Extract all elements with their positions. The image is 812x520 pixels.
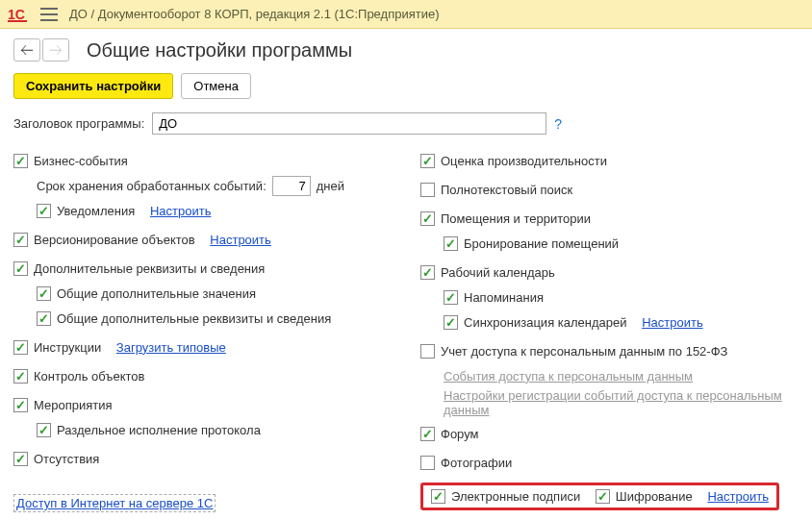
instructions-checkbox[interactable]: [13, 340, 28, 355]
sync-configure-link[interactable]: Настроить: [642, 315, 703, 330]
svg-rect-1: [8, 20, 27, 22]
performance-checkbox[interactable]: [420, 154, 435, 168]
retention-unit: дней: [317, 179, 344, 193]
notifications-label: Уведомления: [57, 204, 135, 218]
fulltext-label: Полнотекстовый поиск: [441, 183, 572, 197]
reminders-checkbox[interactable]: [444, 290, 458, 305]
nav-forward-button: 🡢: [42, 38, 69, 62]
events-label: Мероприятия: [34, 398, 113, 412]
forum-checkbox[interactable]: [420, 427, 435, 441]
sync-label: Синхронизация календарей: [464, 315, 627, 330]
footer-internet-link[interactable]: Доступ в Интернет на сервере 1С: [13, 496, 216, 510]
instructions-load-link[interactable]: Загрузить типовые: [116, 340, 226, 355]
esign-highlight-box: Электронные подписи Шифрование Настроить: [420, 483, 779, 510]
sync-checkbox[interactable]: [444, 315, 458, 330]
notifications-checkbox[interactable]: [37, 204, 51, 218]
save-button[interactable]: Сохранить настройки: [13, 73, 173, 99]
premises-checkbox[interactable]: [420, 211, 435, 226]
absences-checkbox[interactable]: [13, 452, 28, 466]
retention-label: Срок хранения обработанных событий:: [37, 179, 266, 193]
help-icon[interactable]: ?: [554, 116, 562, 132]
program-title-label: Заголовок программы:: [13, 116, 144, 131]
business-events-label: Бизнес-события: [34, 154, 128, 168]
extra-values-checkbox[interactable]: [37, 286, 51, 301]
extra-common-checkbox[interactable]: [37, 311, 51, 326]
performance-label: Оценка производительности: [441, 154, 607, 168]
versioning-checkbox[interactable]: [13, 233, 28, 247]
menu-icon[interactable]: [40, 8, 58, 21]
personal-data-checkbox[interactable]: [420, 344, 435, 359]
cancel-button[interactable]: Отмена: [181, 73, 251, 99]
fulltext-checkbox[interactable]: [420, 183, 435, 197]
instructions-label: Инструкции: [34, 340, 101, 355]
events-split-checkbox[interactable]: [37, 423, 51, 437]
extra-props-label: Дополнительные реквизиты и сведения: [34, 261, 265, 276]
business-events-checkbox[interactable]: [13, 154, 28, 168]
control-label: Контроль объектов: [34, 369, 144, 384]
reminders-label: Напоминания: [464, 290, 544, 305]
control-checkbox[interactable]: [13, 369, 28, 384]
booking-label: Бронирование помещений: [464, 236, 619, 251]
nav-back-button[interactable]: 🡠: [13, 38, 40, 62]
events-checkbox[interactable]: [13, 398, 28, 412]
pd-events-link[interactable]: События доступа к персональным данным: [444, 369, 693, 384]
absences-label: Отсутствия: [34, 452, 99, 466]
calendar-checkbox[interactable]: [420, 265, 435, 280]
esign-label: Электронные подписи: [451, 489, 580, 504]
esign-configure-link[interactable]: Настроить: [707, 489, 769, 504]
page-title: Общие настройки программы: [87, 39, 352, 62]
encryption-label: Шифрование: [616, 489, 693, 504]
versioning-label: Версионирование объектов: [34, 233, 195, 247]
window-title: ДО / Документооборот 8 КОРП, редакция 2.…: [69, 7, 440, 21]
pd-settings-link[interactable]: Настройки регистрации событий доступа к …: [444, 388, 799, 417]
premises-label: Помещения и территории: [441, 211, 591, 226]
versioning-configure-link[interactable]: Настроить: [210, 233, 271, 247]
extra-props-checkbox[interactable]: [13, 261, 28, 276]
forum-label: Форум: [441, 427, 479, 441]
esign-checkbox[interactable]: [431, 489, 445, 504]
retention-input[interactable]: [272, 176, 311, 196]
svg-text:1С: 1С: [8, 7, 25, 22]
personal-data-label: Учет доступа к персональным данным по 15…: [441, 344, 727, 359]
booking-checkbox[interactable]: [444, 236, 458, 251]
notifications-configure-link[interactable]: Настроить: [150, 204, 212, 218]
extra-values-label: Общие дополнительные значения: [57, 286, 256, 301]
photos-checkbox[interactable]: [420, 456, 435, 470]
app-logo: 1С: [8, 6, 35, 23]
extra-common-label: Общие дополнительные реквизиты и сведени…: [57, 311, 331, 326]
encryption-checkbox[interactable]: [596, 489, 610, 504]
photos-label: Фотографии: [441, 456, 512, 470]
program-title-input[interactable]: [152, 112, 546, 135]
events-split-label: Раздельное исполнение протокола: [57, 423, 261, 437]
calendar-label: Рабочий календарь: [441, 265, 555, 280]
